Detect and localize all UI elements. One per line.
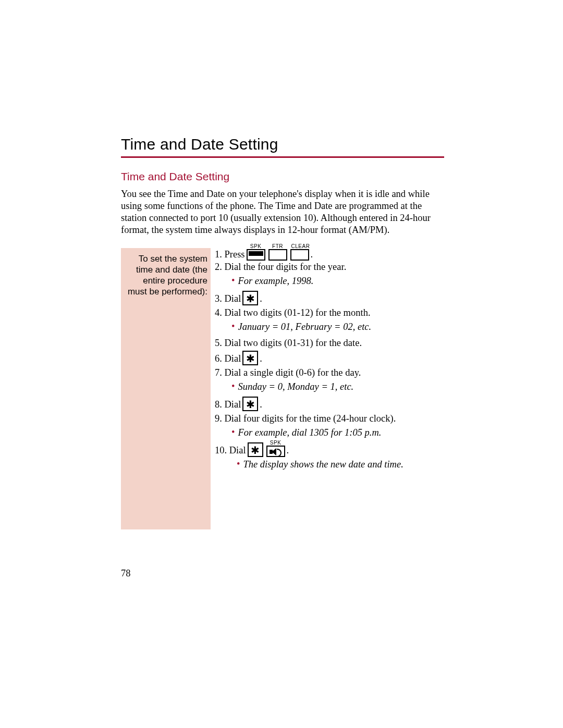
step-2: 2. Dial the four digits for the year. [215, 261, 439, 274]
section-title: Time and Date Setting [121, 170, 444, 183]
page-content: Time and Date Setting Time and Date Sett… [121, 135, 444, 529]
step-1-post: . [311, 248, 313, 261]
ftr-key-icon: FTR [268, 249, 287, 261]
bullet-icon: • [237, 459, 240, 469]
page-number: 78 [121, 568, 131, 579]
step-2-text: 2. Dial the four digits for the year. [215, 261, 346, 274]
step-9-note-text: For example, dial 1305 for 1:05 p.m. [238, 426, 381, 439]
ftr-key-label: FTR [270, 243, 286, 250]
title-rule [121, 156, 444, 158]
step-9: 9. Dial four digits for the time (24-hou… [215, 412, 439, 425]
step-8: 8. Dial . [215, 397, 439, 411]
step-3-post: . [260, 292, 262, 305]
step-10: 10. Dial SPK . [215, 442, 439, 457]
spk-key-label: SPK [248, 243, 264, 250]
step-4-note-text: January = 01, February = 02, etc. [238, 320, 371, 334]
speaker-key-icon: SPK [266, 446, 285, 457]
step-10-post: . [287, 444, 289, 457]
star-key-icon [242, 291, 258, 305]
step-8-post: . [260, 398, 262, 411]
step-4-note: • January = 01, February = 02, etc. [231, 320, 439, 334]
step-2-note: • For example, 1998. [231, 275, 439, 288]
step-10-note: • The display shows the new date and tim… [237, 458, 439, 471]
procedure-label: To set the system time and date (the ent… [121, 248, 211, 529]
step-8-pre: 8. Dial [215, 398, 241, 411]
step-6-pre: 6. Dial [215, 352, 241, 365]
star-key-icon [242, 397, 258, 411]
step-7-text: 7. Dial a single digit (0-6) for the day… [215, 366, 361, 379]
step-5-text: 5. Dial two digits (01-31) for the date. [215, 337, 362, 350]
step-10-pre: 10. Dial [215, 444, 246, 457]
step-6-post: . [260, 352, 262, 365]
step-7-note-text: Sunday = 0, Monday = 1, etc. [238, 380, 353, 393]
bullet-icon: • [231, 381, 235, 391]
step-7: 7. Dial a single digit (0-6) for the day… [215, 366, 439, 379]
page-title: Time and Date Setting [121, 135, 444, 153]
procedure-block: To set the system time and date (the ent… [121, 248, 444, 529]
procedure-steps: 1. Press SPK FTR CLEAR . 2. Dial the fou… [215, 248, 439, 475]
clear-key-label: CLEAR [291, 243, 308, 250]
step-5: 5. Dial two digits (01-31) for the date. [215, 337, 439, 350]
step-1: 1. Press SPK FTR CLEAR . [215, 248, 439, 261]
step-9-text: 9. Dial four digits for the time (24-hou… [215, 412, 396, 425]
step-7-note: • Sunday = 0, Monday = 1, etc. [231, 380, 439, 393]
bullet-icon: • [231, 275, 235, 286]
clear-key-icon: CLEAR [290, 249, 309, 261]
bullet-icon: • [231, 321, 235, 331]
star-key-icon [248, 442, 263, 457]
star-key-icon [242, 351, 258, 365]
intro-paragraph: You see the Time and Date on your teleph… [121, 188, 444, 237]
bullet-icon: • [231, 427, 235, 437]
step-3-pre: 3. Dial [215, 292, 241, 305]
step-4-text: 4. Dial two digits (01-12) for the month… [215, 306, 371, 319]
step-3: 3. Dial . [215, 291, 439, 305]
step-6: 6. Dial . [215, 351, 439, 365]
step-1-pre: 1. Press [215, 248, 245, 261]
step-4: 4. Dial two digits (01-12) for the month… [215, 306, 439, 319]
step-10-note-text: The display shows the new date and time. [243, 458, 403, 471]
step-2-note-text: For example, 1998. [238, 275, 313, 288]
spk-key-icon: SPK [247, 249, 265, 261]
step-9-note: • For example, dial 1305 for 1:05 p.m. [231, 426, 439, 439]
spk-key-label-2: SPK [267, 439, 284, 447]
